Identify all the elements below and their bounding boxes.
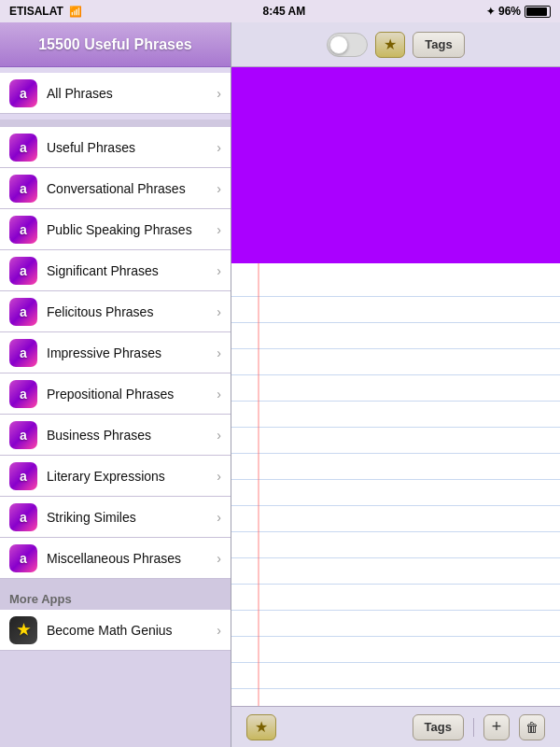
app-icon-felicitous: a	[9, 298, 37, 326]
status-left: ETISALAT 📶	[9, 5, 82, 18]
toggle-thumb	[329, 35, 348, 54]
impressive-phrases-label: Impressive Phrases	[47, 345, 217, 360]
app-icon-striking: a	[9, 503, 37, 531]
tags-label: Tags	[425, 37, 452, 51]
app-icon-all-phrases: a	[9, 79, 37, 107]
toggle-button[interactable]	[327, 33, 368, 57]
right-topbar: ★ Tags	[231, 22, 560, 67]
carrier-label: ETISALAT	[9, 5, 63, 18]
chevron-icon: ›	[217, 510, 221, 525]
time-label: 8:45 AM	[263, 5, 306, 18]
striking-similes-label: Striking Similes	[47, 510, 217, 525]
app-icon-miscellaneous: a	[9, 544, 37, 572]
sidebar-item-striking-similes[interactable]: a Striking Similes ›	[0, 497, 231, 538]
battery-indicator	[525, 6, 551, 18]
sidebar-item-become-math-genius[interactable]: ★ Become Math Genius ›	[0, 610, 231, 651]
app-icon-impressive: a	[9, 339, 37, 367]
sidebar-item-literary-expressions[interactable]: a Literary Expressions ›	[0, 456, 231, 497]
sidebar-item-prepositional-phrases[interactable]: a Prepositional Phrases ›	[0, 374, 231, 415]
lined-paper-area	[231, 263, 560, 706]
tags-button[interactable]: Tags	[413, 32, 464, 58]
bluetooth-icon: ✦	[486, 6, 495, 18]
become-math-genius-label: Become Math Genius	[47, 623, 217, 638]
chevron-icon: ›	[217, 469, 221, 484]
sidebar-item-significant-phrases[interactable]: a Significant Phrases ›	[0, 250, 231, 291]
right-panel: ★ Tags ★ Tags +	[231, 22, 560, 747]
sidebar-item-business-phrases[interactable]: a Business Phrases ›	[0, 415, 231, 456]
sidebar-item-all-phrases[interactable]: a All Phrases ›	[0, 73, 231, 114]
chevron-icon: ›	[217, 263, 221, 278]
list-separator-2	[0, 579, 231, 586]
bottom-tags-label: Tags	[425, 720, 452, 734]
sidebar-item-public-speaking[interactable]: a Public Speaking Phrases ›	[0, 209, 231, 250]
app-icon-math-genius: ★	[9, 616, 37, 644]
battery-fill	[526, 7, 547, 16]
significant-phrases-label: Significant Phrases	[47, 263, 217, 278]
red-margin-line	[258, 263, 259, 706]
app-icon-public-speaking: a	[9, 216, 37, 244]
sidebar-header: 15500 Useful Phrases	[0, 22, 231, 67]
star-button[interactable]: ★	[375, 32, 405, 58]
vertical-divider	[473, 718, 474, 737]
sidebar-item-miscellaneous-phrases[interactable]: a Miscellaneous Phrases ›	[0, 538, 231, 579]
sidebar-title: 15500 Useful Phrases	[38, 36, 192, 53]
math-star-icon: ★	[17, 621, 30, 639]
sidebar-item-conversational-phrases[interactable]: a Conversational Phrases ›	[0, 168, 231, 209]
status-bar: ETISALAT 📶 8:45 AM ✦ 96%	[0, 0, 560, 22]
all-phrases-section: a All Phrases ›	[0, 67, 231, 120]
felicitous-phrases-label: Felicitous Phrases	[47, 304, 217, 319]
chevron-icon: ›	[217, 387, 221, 402]
bottom-tags-button[interactable]: Tags	[413, 714, 464, 740]
miscellaneous-phrases-label: Miscellaneous Phrases	[47, 551, 217, 566]
chevron-icon: ›	[217, 304, 221, 319]
purple-content-area	[231, 67, 560, 263]
chevron-icon: ›	[217, 345, 221, 360]
chevron-icon: ›	[217, 181, 221, 196]
bottom-trash-button[interactable]: 🗑	[519, 714, 545, 740]
sidebar-item-useful-phrases[interactable]: a Useful Phrases ›	[0, 127, 231, 168]
sidebar-list: a All Phrases › a Useful Phrases › a Con…	[0, 67, 231, 747]
more-apps-header: More Apps	[0, 586, 231, 610]
bottom-star-button[interactable]: ★	[246, 714, 276, 740]
list-separator-1	[0, 120, 231, 127]
app-icon-business: a	[9, 421, 37, 449]
app-icon-conversational: a	[9, 175, 37, 203]
wifi-icon: 📶	[69, 6, 82, 18]
chevron-icon: ›	[217, 222, 221, 237]
useful-phrases-label: Useful Phrases	[47, 140, 217, 155]
app-icon-literary: a	[9, 462, 37, 490]
literary-expressions-label: Literary Expressions	[47, 469, 217, 484]
app-icon-useful-phrases: a	[9, 134, 37, 162]
conversational-phrases-label: Conversational Phrases	[47, 181, 217, 196]
trash-icon: 🗑	[525, 720, 539, 735]
all-phrases-label: All Phrases	[47, 86, 217, 101]
bottom-right-buttons: Tags + 🗑	[413, 714, 545, 740]
public-speaking-label: Public Speaking Phrases	[47, 222, 217, 237]
add-icon: +	[492, 717, 502, 737]
sidebar-item-impressive-phrases[interactable]: a Impressive Phrases ›	[0, 332, 231, 374]
sidebar-item-felicitous-phrases[interactable]: a Felicitous Phrases ›	[0, 291, 231, 332]
chevron-icon: ›	[217, 551, 221, 566]
bottom-star-icon: ★	[255, 718, 268, 736]
main-container: 15500 Useful Phrases a All Phrases › a U…	[0, 22, 560, 747]
battery-percent: 96%	[498, 5, 521, 18]
bottom-add-button[interactable]: +	[483, 714, 510, 740]
business-phrases-label: Business Phrases	[47, 428, 217, 443]
chevron-icon: ›	[217, 86, 221, 101]
phrases-section: a Useful Phrases › a Conversational Phra…	[0, 127, 231, 579]
chevron-icon: ›	[217, 140, 221, 155]
prepositional-phrases-label: Prepositional Phrases	[47, 387, 217, 402]
status-right: ✦ 96%	[486, 5, 551, 18]
star-icon: ★	[384, 35, 397, 53]
chevron-icon: ›	[217, 623, 221, 638]
sidebar: 15500 Useful Phrases a All Phrases › a U…	[0, 22, 231, 747]
app-icon-significant: a	[9, 257, 37, 285]
right-bottombar: ★ Tags + 🗑	[231, 706, 560, 747]
app-icon-prepositional: a	[9, 380, 37, 408]
chevron-icon: ›	[217, 428, 221, 443]
